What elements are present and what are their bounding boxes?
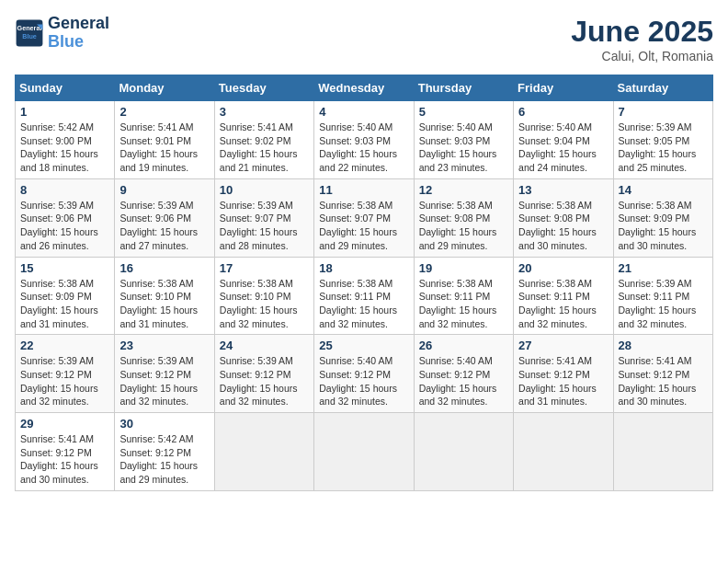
day-info: Sunrise: 5:38 AMSunset: 9:11 PMDaylight:…	[419, 278, 497, 329]
calendar-cell-21: 21Sunrise: 5:39 AMSunset: 9:11 PMDayligh…	[613, 257, 712, 335]
day-info: Sunrise: 5:39 AMSunset: 9:12 PMDaylight:…	[119, 355, 198, 407]
calendar-cell-16: 16Sunrise: 5:38 AMSunset: 9:10 PMDayligh…	[115, 257, 214, 335]
logo-blue: Blue	[48, 33, 109, 52]
day-number: 18	[319, 261, 408, 275]
day-number: 28	[619, 339, 708, 352]
day-info: Sunrise: 5:38 AMSunset: 9:10 PMDaylight:…	[119, 278, 198, 329]
day-info: Sunrise: 5:39 AMSunset: 9:06 PMDaylight:…	[119, 200, 198, 251]
day-info: Sunrise: 5:41 AMSunset: 9:01 PMDaylight:…	[119, 121, 198, 173]
calendar-cell-28: 28Sunrise: 5:41 AMSunset: 9:12 PMDayligh…	[613, 335, 712, 413]
calendar-cell-5: 5Sunrise: 5:40 AMSunset: 9:03 PMDaylight…	[414, 101, 513, 179]
calendar-week-1: 1Sunrise: 5:42 AMSunset: 9:00 PMDaylight…	[16, 101, 713, 179]
page-header: General Blue General Blue June 2025 Calu…	[15, 15, 713, 63]
calendar-cell-10: 10Sunrise: 5:39 AMSunset: 9:07 PMDayligh…	[214, 178, 313, 257]
calendar-cell-8: 8Sunrise: 5:39 AMSunset: 9:06 PMDaylight…	[16, 178, 115, 257]
day-info: Sunrise: 5:38 AMSunset: 9:09 PMDaylight:…	[619, 200, 697, 251]
calendar-cell-1: 1Sunrise: 5:42 AMSunset: 9:00 PMDaylight…	[16, 101, 115, 179]
calendar-cell-19: 19Sunrise: 5:38 AMSunset: 9:11 PMDayligh…	[414, 257, 513, 335]
day-number: 15	[20, 261, 109, 275]
day-number: 30	[119, 417, 209, 431]
day-info: Sunrise: 5:39 AMSunset: 9:12 PMDaylight:…	[220, 355, 298, 407]
day-info: Sunrise: 5:40 AMSunset: 9:12 PMDaylight:…	[319, 355, 397, 407]
day-number: 22	[20, 339, 109, 352]
day-number: 29	[20, 417, 109, 431]
day-number: 3	[220, 105, 309, 119]
day-header-friday: Friday	[514, 75, 613, 101]
day-number: 8	[20, 183, 109, 197]
calendar-header-row: SundayMondayTuesdayWednesdayThursdayFrid…	[16, 75, 713, 101]
calendar-cell-empty	[613, 413, 712, 491]
day-number: 10	[220, 183, 309, 197]
calendar-subtitle: Calui, Olt, Romania	[571, 49, 713, 63]
calendar-cell-17: 17Sunrise: 5:38 AMSunset: 9:10 PMDayligh…	[214, 257, 313, 335]
calendar-cell-30: 30Sunrise: 5:42 AMSunset: 9:12 PMDayligh…	[115, 413, 214, 491]
day-info: Sunrise: 5:42 AMSunset: 9:12 PMDaylight:…	[119, 433, 198, 485]
calendar-title: June 2025	[571, 15, 713, 49]
calendar-cell-25: 25Sunrise: 5:40 AMSunset: 9:12 PMDayligh…	[314, 335, 414, 413]
day-number: 19	[419, 261, 508, 275]
calendar-cell-3: 3Sunrise: 5:41 AMSunset: 9:02 PMDaylight…	[214, 101, 313, 179]
calendar-cell-12: 12Sunrise: 5:38 AMSunset: 9:08 PMDayligh…	[414, 178, 513, 257]
calendar-cell-13: 13Sunrise: 5:38 AMSunset: 9:08 PMDayligh…	[514, 178, 613, 257]
logo-icon: General Blue	[15, 18, 44, 48]
day-info: Sunrise: 5:42 AMSunset: 9:00 PMDaylight:…	[20, 121, 98, 173]
day-info: Sunrise: 5:38 AMSunset: 9:11 PMDaylight:…	[518, 278, 597, 329]
day-number: 23	[119, 339, 209, 352]
calendar-cell-18: 18Sunrise: 5:38 AMSunset: 9:11 PMDayligh…	[314, 257, 414, 335]
day-number: 6	[518, 105, 608, 119]
calendar-cell-24: 24Sunrise: 5:39 AMSunset: 9:12 PMDayligh…	[214, 335, 313, 413]
day-header-thursday: Thursday	[414, 75, 513, 101]
calendar-cell-15: 15Sunrise: 5:38 AMSunset: 9:09 PMDayligh…	[16, 257, 115, 335]
day-number: 4	[319, 105, 408, 119]
day-header-wednesday: Wednesday	[314, 75, 414, 101]
day-info: Sunrise: 5:38 AMSunset: 9:11 PMDaylight:…	[319, 278, 397, 329]
day-info: Sunrise: 5:40 AMSunset: 9:12 PMDaylight:…	[419, 355, 497, 407]
day-info: Sunrise: 5:41 AMSunset: 9:12 PMDaylight:…	[20, 433, 98, 485]
day-info: Sunrise: 5:38 AMSunset: 9:08 PMDaylight:…	[419, 200, 497, 251]
day-number: 5	[419, 105, 508, 119]
calendar-cell-14: 14Sunrise: 5:38 AMSunset: 9:09 PMDayligh…	[613, 178, 712, 257]
day-info: Sunrise: 5:39 AMSunset: 9:12 PMDaylight:…	[20, 355, 98, 407]
day-info: Sunrise: 5:38 AMSunset: 9:07 PMDaylight:…	[319, 200, 397, 251]
day-number: 26	[419, 339, 508, 352]
day-info: Sunrise: 5:40 AMSunset: 9:04 PMDaylight:…	[518, 121, 597, 173]
calendar-cell-6: 6Sunrise: 5:40 AMSunset: 9:04 PMDaylight…	[514, 101, 613, 179]
calendar-cell-empty	[514, 413, 613, 491]
day-number: 13	[518, 183, 608, 197]
day-info: Sunrise: 5:38 AMSunset: 9:09 PMDaylight:…	[20, 278, 98, 329]
calendar-cell-11: 11Sunrise: 5:38 AMSunset: 9:07 PMDayligh…	[314, 178, 414, 257]
calendar-cell-22: 22Sunrise: 5:39 AMSunset: 9:12 PMDayligh…	[16, 335, 115, 413]
logo: General Blue General Blue	[15, 15, 109, 52]
logo-general: General	[48, 15, 109, 33]
svg-text:Blue: Blue	[22, 31, 37, 40]
day-info: Sunrise: 5:40 AMSunset: 9:03 PMDaylight:…	[319, 121, 397, 173]
day-number: 9	[119, 183, 209, 197]
day-info: Sunrise: 5:41 AMSunset: 9:12 PMDaylight:…	[518, 355, 597, 407]
calendar-cell-27: 27Sunrise: 5:41 AMSunset: 9:12 PMDayligh…	[514, 335, 613, 413]
calendar-cell-empty	[314, 413, 414, 491]
day-number: 24	[220, 339, 309, 352]
calendar-cell-2: 2Sunrise: 5:41 AMSunset: 9:01 PMDaylight…	[115, 101, 214, 179]
calendar-cell-20: 20Sunrise: 5:38 AMSunset: 9:11 PMDayligh…	[514, 257, 613, 335]
day-info: Sunrise: 5:39 AMSunset: 9:05 PMDaylight:…	[619, 121, 697, 173]
title-area: June 2025 Calui, Olt, Romania	[571, 15, 713, 63]
day-info: Sunrise: 5:41 AMSunset: 9:12 PMDaylight:…	[619, 355, 697, 407]
day-info: Sunrise: 5:38 AMSunset: 9:08 PMDaylight:…	[518, 200, 597, 251]
calendar-week-5: 29Sunrise: 5:41 AMSunset: 9:12 PMDayligh…	[16, 413, 713, 491]
day-number: 1	[20, 105, 109, 119]
calendar-cell-29: 29Sunrise: 5:41 AMSunset: 9:12 PMDayligh…	[16, 413, 115, 491]
day-info: Sunrise: 5:39 AMSunset: 9:11 PMDaylight:…	[619, 278, 697, 329]
calendar-cell-23: 23Sunrise: 5:39 AMSunset: 9:12 PMDayligh…	[115, 335, 214, 413]
day-number: 21	[619, 261, 708, 275]
day-number: 27	[518, 339, 608, 352]
day-header-saturday: Saturday	[613, 75, 712, 101]
calendar-cell-26: 26Sunrise: 5:40 AMSunset: 9:12 PMDayligh…	[414, 335, 513, 413]
calendar-week-3: 15Sunrise: 5:38 AMSunset: 9:09 PMDayligh…	[16, 257, 713, 335]
calendar-cell-empty	[414, 413, 513, 491]
calendar-cell-empty	[214, 413, 313, 491]
day-number: 14	[619, 183, 708, 197]
day-number: 11	[319, 183, 408, 197]
day-number: 7	[619, 105, 708, 119]
calendar-body: 1Sunrise: 5:42 AMSunset: 9:00 PMDaylight…	[16, 101, 713, 491]
day-header-sunday: Sunday	[16, 75, 115, 101]
